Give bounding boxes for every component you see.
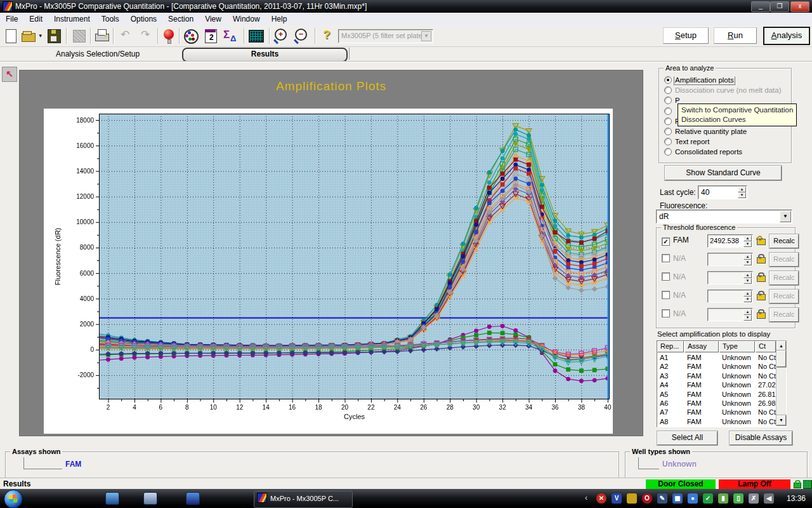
dye-checkbox[interactable]	[662, 291, 670, 299]
cell: FAM	[684, 399, 721, 408]
menu-section[interactable]: Section	[162, 13, 199, 25]
tray-chevron-icon[interactable]: ‹	[585, 493, 587, 502]
close-button[interactable]: x	[790, 1, 809, 12]
last-cycle-input[interactable]: 40 ▲▼	[698, 185, 747, 199]
threshold-spinner[interactable]: ▲▼	[743, 236, 752, 246]
network-grid-icon[interactable]: ▦	[672, 493, 683, 504]
app-blue-icon[interactable]: ●	[688, 493, 698, 504]
taskbar-window-button[interactable]: MxPro - Mx3005P C...	[254, 491, 353, 508]
monitor-grid-icon[interactable]	[247, 28, 264, 44]
red-ring-icon[interactable]: O	[642, 493, 652, 504]
zoom-in-icon[interactable]: +	[273, 28, 289, 44]
run-mode-button[interactable]: Run	[714, 27, 757, 44]
sigma-delta-analysis-icon[interactable]: Σ Δ	[222, 28, 239, 44]
new-document-icon[interactable]	[3, 28, 19, 44]
locked-padlock-icon[interactable]	[757, 272, 765, 282]
radio-icon[interactable]	[664, 97, 672, 104]
menu-tools[interactable]: Tools	[96, 13, 125, 25]
menu-options[interactable]: Options	[125, 13, 162, 25]
menu-help[interactable]: Help	[266, 13, 293, 25]
fluorescence-dropdown[interactable]: dR ▼	[656, 210, 792, 224]
display-error-icon[interactable]: ✗	[749, 493, 759, 504]
cell: FAM	[684, 390, 721, 399]
battery-icon[interactable]: ▯	[733, 493, 743, 504]
disable-assays-button[interactable]: Disable Assays	[730, 431, 792, 445]
menu-instrument[interactable]: Instrument	[48, 13, 96, 25]
locked-padlock-icon[interactable]	[757, 291, 765, 300]
radio-icon[interactable]	[664, 138, 672, 145]
antivirus-error-icon[interactable]: ✕	[596, 493, 606, 504]
usb-eject-icon[interactable]: ▮	[718, 493, 728, 504]
quick-launch-desktop-icon[interactable]	[105, 492, 119, 505]
dropdown-arrow-icon[interactable]: ▼	[421, 31, 431, 41]
radio-option-text-report[interactable]: Text report	[664, 138, 790, 148]
shield-v-icon[interactable]: V	[612, 493, 622, 504]
column-header-type[interactable]: Type	[719, 341, 755, 352]
taskbar-clock[interactable]: 13:36	[787, 494, 806, 503]
help-icon[interactable]: ?	[318, 28, 335, 44]
record-data-icon[interactable]	[161, 28, 178, 44]
radio-option-relative-quantity-plate[interactable]: Relative quantity plate	[664, 128, 790, 138]
select-all-button[interactable]: Select All	[657, 431, 717, 445]
minimize-button[interactable]: _	[751, 1, 770, 12]
setup-mode-button[interactable]: Setup	[663, 27, 709, 44]
radio-icon[interactable]	[664, 128, 672, 135]
last-cycle-spinner[interactable]: ▲▼	[738, 187, 746, 198]
scrollbar-thumb[interactable]	[776, 351, 786, 367]
show-standard-curve-button[interactable]: Show Standard Curve	[665, 166, 782, 180]
amplification-plot-canvas[interactable]	[44, 109, 613, 434]
open-dropdown-caret-icon[interactable]: ▾	[39, 32, 42, 39]
radio-icon[interactable]	[664, 117, 672, 125]
locked-padlock-icon[interactable]	[757, 309, 765, 319]
table-scrollbar[interactable]: ▲ ▼	[776, 341, 786, 425]
quick-launch-switch-windows-icon[interactable]	[143, 492, 157, 505]
recalc-button[interactable]: Recalc	[769, 234, 799, 248]
assay-fam-item[interactable]: FAM	[65, 460, 81, 469]
column-header-ct[interactable]: Ct	[756, 341, 776, 352]
thermal-profile-icon[interactable]: 2	[203, 28, 219, 44]
pen-icon[interactable]: ✎	[657, 493, 667, 504]
scroll-down-icon[interactable]: ▼	[776, 415, 786, 425]
dye-checkbox[interactable]: ✓	[662, 237, 670, 246]
menu-view[interactable]: View	[199, 13, 227, 25]
shield-gold-icon[interactable]	[627, 493, 637, 504]
threshold-row-4: N/A▲▼Recalc	[662, 291, 790, 305]
plate-setup-icon[interactable]	[183, 28, 199, 44]
menu-edit[interactable]: Edit	[23, 13, 48, 25]
pointer-tool-icon[interactable]: ↖	[2, 67, 17, 82]
open-file-icon[interactable]: ▾	[20, 28, 42, 44]
radio-option-consolidated-reports[interactable]: Consolidated reports	[664, 148, 790, 158]
column-header-rep[interactable]: Rep...	[657, 341, 684, 352]
column-header-assay[interactable]: Assay	[684, 341, 719, 352]
well-type-unknown-item[interactable]: Unknown	[662, 460, 697, 469]
menu-file[interactable]: File	[0, 13, 23, 25]
tab-results[interactable]: Results	[182, 48, 348, 62]
plate-type-dropdown[interactable]: Mx3005P (5 filter set plate) ▼	[338, 29, 433, 43]
dropdown-arrow-icon[interactable]: ▼	[780, 211, 791, 222]
quick-launch-media-icon[interactable]	[186, 492, 200, 505]
locked-padlock-icon[interactable]	[757, 254, 765, 264]
dye-checkbox[interactable]	[662, 309, 670, 318]
green-check-icon[interactable]: ✓	[703, 493, 713, 504]
dye-checkbox[interactable]	[662, 272, 670, 281]
zoom-out-icon[interactable]: −	[293, 28, 310, 44]
restore-button[interactable]: ❐	[770, 1, 789, 12]
dye-checkbox[interactable]	[662, 254, 670, 262]
threshold-row-1: ✓FAM2492.538▲▼Recalc	[662, 236, 790, 250]
analysis-mode-button[interactable]: Analysis	[763, 27, 810, 45]
unlocked-padlock-icon[interactable]	[757, 236, 765, 245]
scroll-up-icon[interactable]: ▲	[776, 341, 786, 351]
volume-icon[interactable]: ◀	[764, 493, 774, 504]
print-icon[interactable]	[94, 28, 110, 44]
radio-icon[interactable]	[664, 148, 672, 156]
threshold-value-input[interactable]: 2492.538▲▼	[707, 234, 753, 248]
save-icon[interactable]	[46, 28, 62, 44]
cell: Unknown	[719, 399, 757, 408]
start-button[interactable]	[4, 490, 23, 508]
tab-analysis-selection-setup[interactable]: Analysis Selection/Setup	[56, 50, 140, 58]
chart-plot-box	[44, 109, 613, 434]
recalc-button: Recalc	[769, 308, 799, 322]
radio-icon[interactable]	[664, 76, 672, 84]
radio-option-amplification-plots[interactable]: Amplification plots	[664, 76, 790, 86]
menu-window[interactable]: Window	[227, 13, 266, 25]
